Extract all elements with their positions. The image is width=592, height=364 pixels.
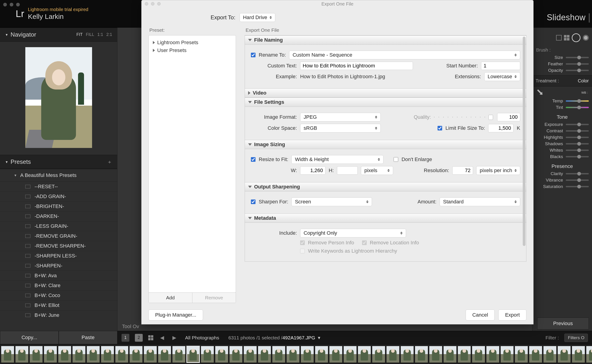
- rename-template-select[interactable]: Custom Name - Sequence: [289, 51, 520, 59]
- tint-slider[interactable]: Tint: [536, 105, 589, 110]
- dropdown-icon[interactable]: ▾: [318, 335, 320, 340]
- filmstrip-thumb[interactable]: [329, 346, 343, 363]
- filmstrip-thumb[interactable]: [486, 346, 500, 363]
- preset-listbox[interactable]: Lightroom Presets User Presets: [149, 35, 236, 293]
- zoom-2-1[interactable]: 2:1: [106, 32, 112, 37]
- preset-group-user[interactable]: User Presets: [153, 46, 232, 54]
- filmstrip-thumb[interactable]: [258, 346, 271, 363]
- filmstrip-thumb[interactable]: [372, 346, 385, 363]
- preset-group-lightroom[interactable]: Lightroom Presets: [153, 39, 232, 46]
- preset-item[interactable]: -SHARPEN-: [0, 261, 117, 271]
- presets-header[interactable]: ▼ Presets ＋: [0, 155, 117, 169]
- filmstrip-thumb[interactable]: [358, 346, 371, 363]
- filmstrip-thumb[interactable]: [201, 346, 214, 363]
- width-input[interactable]: [300, 166, 325, 175]
- quality-input[interactable]: [497, 113, 520, 121]
- resize-checkbox[interactable]: [251, 157, 255, 162]
- resize-mode-select[interactable]: Width & Height: [291, 155, 384, 164]
- filmstrip[interactable]: [0, 344, 592, 364]
- filters-off-button[interactable]: Filters O: [564, 334, 588, 342]
- temp-slider[interactable]: Temp: [536, 98, 589, 104]
- filmstrip-thumb[interactable]: [301, 346, 314, 363]
- sharpen-for-select[interactable]: Screen: [291, 197, 372, 206]
- shadows-slider[interactable]: Shadows: [536, 141, 589, 146]
- contrast-slider[interactable]: Contrast: [536, 128, 589, 133]
- start-number-input[interactable]: [481, 62, 520, 70]
- nav-back-icon[interactable]: ◀: [159, 335, 165, 341]
- preset-item[interactable]: --RESET--: [0, 182, 117, 192]
- main-display-button[interactable]: 1: [122, 334, 129, 342]
- include-select[interactable]: Copyright Only: [300, 229, 406, 237]
- filmstrip-thumb[interactable]: [572, 346, 585, 363]
- navigator-header[interactable]: ▼ Navigator FIT FILL 1:1 2:1: [0, 28, 117, 42]
- filmstrip-thumb[interactable]: [215, 346, 228, 363]
- treatment-row[interactable]: Treatment : Color: [532, 75, 592, 86]
- limit-size-checkbox[interactable]: [437, 126, 442, 130]
- opacity-slider[interactable]: Opacity: [536, 68, 589, 73]
- height-input[interactable]: [337, 166, 358, 175]
- filmstrip-thumb[interactable]: [472, 346, 485, 363]
- filmstrip-thumb[interactable]: [101, 346, 114, 363]
- size-units-select[interactable]: pixels: [361, 166, 393, 175]
- preset-item[interactable]: -BRIGHTEN-: [0, 202, 117, 211]
- dialog-titlebar[interactable]: Export One File: [142, 0, 533, 8]
- copy-button[interactable]: Copy...: [0, 331, 59, 344]
- filmstrip-thumb[interactable]: [15, 346, 29, 363]
- zoom-fill[interactable]: FILL: [86, 32, 94, 37]
- grid-tool-icon[interactable]: [564, 35, 569, 40]
- add-preset-icon[interactable]: ＋: [107, 159, 112, 165]
- navigator-preview[interactable]: [25, 47, 92, 148]
- filmstrip-thumb[interactable]: [158, 346, 171, 363]
- filmstrip-thumb[interactable]: [229, 346, 243, 363]
- whites-slider[interactable]: Whites: [536, 148, 589, 153]
- minimize-icon[interactable]: [10, 3, 13, 6]
- filmstrip-thumb[interactable]: [115, 346, 128, 363]
- clarity-slider[interactable]: Clarity: [536, 171, 589, 176]
- preset-item[interactable]: -REMOVE GRAIN-: [0, 231, 117, 241]
- filmstrip-thumb[interactable]: [272, 346, 286, 363]
- extensions-select[interactable]: Lowercase: [484, 72, 520, 81]
- rename-to-checkbox[interactable]: [251, 53, 255, 57]
- window-traffic-lights[interactable]: [3, 3, 20, 6]
- filmstrip-thumb[interactable]: [429, 346, 442, 363]
- custom-text-input[interactable]: [300, 62, 413, 70]
- filmstrip-thumb[interactable]: [343, 346, 357, 363]
- export-button[interactable]: Export: [498, 309, 527, 320]
- blacks-slider[interactable]: Blacks: [536, 154, 589, 159]
- dont-enlarge-checkbox[interactable]: [394, 157, 398, 162]
- paste-button[interactable]: Paste: [59, 331, 117, 344]
- filmstrip-thumb[interactable]: [500, 346, 514, 363]
- quality-slider[interactable]: [434, 117, 492, 117]
- filmstrip-thumb[interactable]: [415, 346, 428, 363]
- radial-tool-icon[interactable]: [572, 33, 580, 42]
- preset-item[interactable]: B+W: Ava: [0, 271, 117, 281]
- grid-view-icon[interactable]: [148, 335, 153, 340]
- section-output-sharpening[interactable]: Output Sharpening: [245, 182, 526, 191]
- highlights-slider[interactable]: Highlights: [536, 135, 589, 140]
- filmstrip-thumb[interactable]: [129, 346, 143, 363]
- feather-slider[interactable]: Feather: [536, 61, 589, 66]
- eyedropper-icon[interactable]: [535, 87, 545, 98]
- navigator-zoom-options[interactable]: FIT FILL 1:1 2:1: [76, 32, 112, 37]
- export-to-select[interactable]: Hard Drive: [240, 13, 275, 22]
- preset-item[interactable]: -REMOVE SHARPEN-: [0, 241, 117, 251]
- section-image-sizing[interactable]: Image Sizing: [245, 140, 526, 149]
- preset-item[interactable]: -ADD GRAIN-: [0, 192, 117, 202]
- adjustment-brush-icon[interactable]: [583, 35, 589, 41]
- filmstrip-thumb[interactable]: [1, 346, 14, 363]
- zoom-icon[interactable]: [16, 3, 20, 6]
- filmstrip-thumb[interactable]: [144, 346, 157, 363]
- zoom-1-1[interactable]: 1:1: [97, 32, 103, 37]
- filmstrip-thumb[interactable]: [443, 346, 457, 363]
- filmstrip-thumb[interactable]: [315, 346, 328, 363]
- vibrance-slider[interactable]: Vibrance: [536, 178, 589, 183]
- previous-button[interactable]: Previous: [537, 318, 589, 330]
- collection-name[interactable]: All Photographs: [183, 334, 221, 341]
- crop-tool-icon[interactable]: [556, 35, 562, 40]
- close-icon[interactable]: [3, 3, 7, 6]
- filmstrip-thumb[interactable]: [58, 346, 71, 363]
- exposure-slider[interactable]: Exposure: [536, 122, 589, 127]
- resolution-units-select[interactable]: pixels per inch: [476, 166, 520, 175]
- module-tab-slideshow[interactable]: Slideshow: [547, 13, 590, 23]
- filmstrip-thumb[interactable]: [172, 346, 186, 363]
